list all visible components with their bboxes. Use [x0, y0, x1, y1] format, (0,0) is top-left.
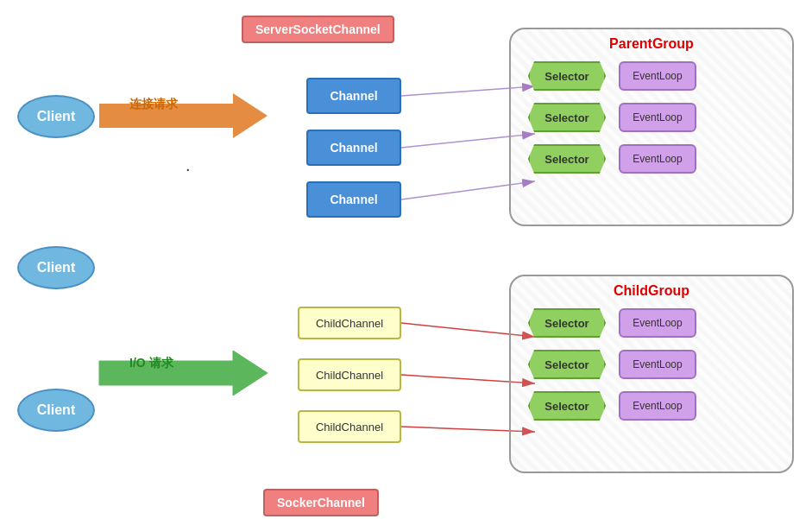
client2: Client — [17, 246, 95, 289]
parent-eventloop-2: EventLoop — [619, 103, 696, 132]
channel-box-3: Channel — [306, 181, 401, 218]
parent-selector-3: Selector — [528, 144, 606, 174]
connection-request-label: 连接请求 — [129, 97, 178, 112]
client1: Client — [17, 95, 95, 138]
diagram-container: Client Client Client 连接请求 . I/O 请求 Serve… — [0, 0, 812, 519]
child-eventloop-3: EventLoop — [619, 391, 696, 421]
parent-group: ParentGroup Selector EventLoop Selector … — [509, 28, 794, 226]
channel-box-2: Channel — [306, 130, 401, 166]
server-socket-channel: ServerSocketChannel — [242, 16, 394, 43]
child-channel-box-1: ChildChannel — [298, 307, 401, 339]
child-eventloop-2: EventLoop — [619, 350, 696, 379]
child-group: ChildGroup Selector EventLoop Selector E… — [509, 275, 794, 473]
parent-eventloop-3: EventLoop — [619, 144, 696, 174]
parent-selector-1: Selector — [528, 61, 606, 91]
child-channel-box-2: ChildChannel — [298, 358, 401, 391]
io-request-label: I/O 请求 — [129, 356, 173, 371]
parent-eventloop-1: EventLoop — [619, 61, 696, 91]
child-selector-2: Selector — [528, 350, 606, 379]
parent-selector-2: Selector — [528, 103, 606, 132]
client3: Client — [17, 389, 95, 432]
child-group-title: ChildGroup — [511, 283, 792, 299]
socker-channel: SockerChannel — [263, 489, 379, 516]
svg-marker-4 — [99, 93, 268, 138]
child-channel-box-3: ChildChannel — [298, 410, 401, 443]
child-selector-3: Selector — [528, 391, 606, 421]
svg-marker-5 — [99, 351, 268, 396]
channel-box-1: Channel — [306, 78, 401, 114]
child-eventloop-1: EventLoop — [619, 308, 696, 338]
parent-group-title: ParentGroup — [511, 36, 792, 52]
child-selector-1: Selector — [528, 308, 606, 338]
dot-label: . — [186, 155, 191, 175]
